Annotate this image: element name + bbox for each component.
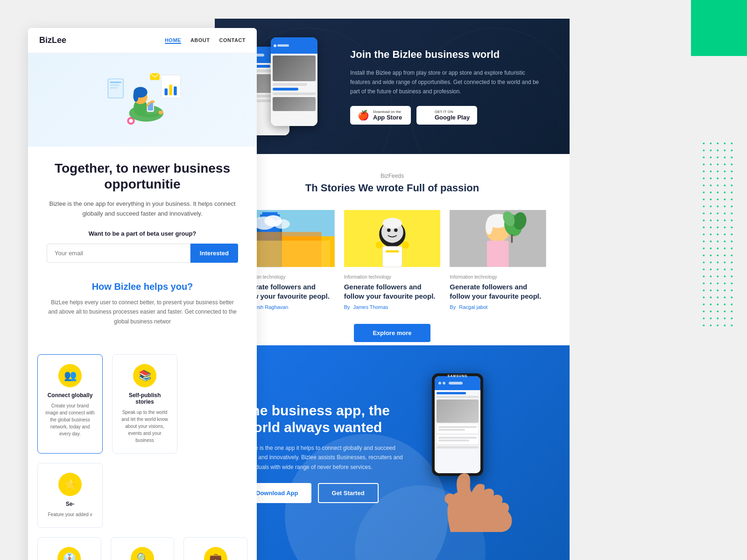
beta-question: Want to be a part of beta user group? (47, 230, 238, 237)
recruit-icon: 🔍 (131, 547, 154, 560)
hps-card-line-1 (438, 426, 477, 428)
brand-logo: BizLee (39, 35, 66, 45)
story-2-author-name: James Thomas (353, 304, 388, 310)
svg-point-18 (158, 111, 163, 114)
feature-card-stories[interactable]: 📚 Self-publish stories Speak up to the w… (112, 354, 177, 454)
svg-rect-36 (386, 250, 399, 252)
hps-dot-1 (438, 382, 441, 385)
svg-rect-1 (110, 82, 121, 83)
dots-decoration (700, 140, 738, 327)
bizlee-icon: 💼 (204, 547, 227, 560)
explore-more-button[interactable]: Explore more (354, 324, 430, 342)
how-title: How Bizlee helps you? (47, 281, 238, 292)
samsung-phone: SAMSUNG (432, 373, 483, 476)
features-row-2: 👔 Find your job, the new way Bizlee is n… (28, 532, 257, 560)
svg-point-32 (387, 228, 391, 232)
green-corner-decoration (691, 0, 747, 56)
svg-point-34 (382, 218, 402, 229)
svg-rect-35 (382, 246, 402, 267)
story-2-title: Generate followers and follow your favou… (344, 282, 441, 301)
svg-rect-7 (174, 86, 177, 95)
svg-point-10 (129, 119, 133, 123)
svg-rect-3 (110, 87, 117, 88)
email-signup-row: Interested (47, 244, 238, 263)
phone-hand-container: SAMSUNG (432, 373, 535, 532)
hps-card-line-3 (438, 437, 477, 439)
svg-point-38 (402, 242, 409, 249)
phone-mockup-area (243, 37, 336, 135)
story-img-2 (344, 208, 441, 269)
samsung-label: SAMSUNG (448, 374, 468, 378)
cta-buttons: Download App Get Started (243, 483, 406, 503)
feature-card-se[interactable]: ⭐ Se- Feature your added v (37, 463, 103, 528)
left-panel: BizLee HOME ABOUT CONTACT (28, 28, 257, 560)
story-img-3 (450, 208, 546, 269)
hero-title: Together, to newer business opportunitie (47, 161, 238, 192)
cta-title: The business app, the world always wante… (243, 402, 406, 436)
svg-point-37 (375, 242, 382, 249)
se-icon: ⭐ (58, 473, 82, 496)
svg-rect-47 (511, 234, 513, 243)
stories-icon: 📚 (133, 364, 156, 387)
bizfeeds-title: Th Stories We wrote Full of passion (238, 182, 546, 194)
hps-content (435, 390, 480, 473)
feature-card-connect[interactable]: 👥 Connect globally Create your brand ima… (37, 354, 103, 454)
feature-card-bizlee[interactable]: 💼 Bizlee Absolute create creat (183, 537, 247, 560)
nav-about[interactable]: ABOUT (190, 37, 210, 44)
hps-card-1 (437, 424, 479, 434)
stories-grid: Information technology Generate follower… (238, 208, 546, 310)
story-card-2[interactable]: Information technology Generate follower… (344, 208, 441, 310)
hand-svg (441, 467, 525, 532)
phone-front-content (271, 54, 317, 126)
bizfeeds-section: BizFeeds Th Stories We wrote Full of pas… (215, 154, 570, 361)
svg-rect-2 (110, 84, 119, 85)
email-input[interactable] (47, 244, 190, 263)
feature-card-jobs[interactable]: 👔 Find your job, the new way Bizlee is n… (37, 537, 101, 560)
svg-point-28 (274, 219, 290, 229)
feature-se-title: Se- (44, 501, 96, 507)
hero-text-section: Together, to newer business opportunitie… (28, 147, 257, 340)
feature-card-recruit[interactable]: 🔍 Automated recruitment From creating jo… (111, 537, 175, 560)
hps-line-1 (437, 392, 466, 394)
phone-screen (435, 376, 480, 473)
hero-illustration (28, 53, 257, 147)
svg-rect-6 (169, 84, 172, 95)
story-2-category: Information technology (344, 274, 441, 280)
story-2-author: By James Thomas (344, 304, 441, 310)
hps-line-3 (437, 446, 479, 448)
features-row-1: 👥 Connect globally Create your brand ima… (28, 340, 257, 532)
app-banner: Join the Bizlee business world Install t… (215, 19, 570, 154)
how-subtitle: BizLee helps every user to connect bette… (47, 298, 238, 326)
phone-front-screen (271, 37, 317, 126)
hps-card-line-2 (438, 429, 465, 431)
interested-button[interactable]: Interested (190, 244, 238, 263)
cta-text-block: The business app, the world always wante… (243, 402, 406, 503)
svg-point-33 (394, 228, 398, 232)
cta-desc: Bizlee is the one app it helps to connec… (243, 443, 406, 472)
hps-line-2 (437, 396, 479, 398)
hps-img-block (437, 399, 479, 423)
feature-connect-title: Connect globally (44, 392, 96, 399)
left-navbar: BizLee HOME ABOUT CONTACT (28, 28, 257, 53)
hps-dots (438, 382, 463, 385)
get-started-button[interactable]: Get Started (318, 483, 379, 503)
feature-stories-desc: Speak up to the world and let the world … (119, 409, 170, 444)
story-3-category: Information technology (450, 274, 546, 280)
hps-header-bar (449, 382, 463, 385)
story-3-title: Generate followers and follow your favou… (450, 282, 546, 301)
story-card-3[interactable]: Information technology Generate follower… (450, 208, 546, 310)
hps-card-2 (437, 435, 479, 444)
jobs-icon: 👔 (57, 547, 81, 560)
bizfeeds-eyebrow: BizFeeds (238, 173, 546, 179)
svg-rect-43 (487, 241, 509, 267)
feature-stories-title: Self-publish stories (119, 392, 170, 405)
story-3-author-name: Racgal jabot (459, 304, 487, 310)
phone-front (271, 37, 317, 126)
feature-connect-desc: Create your brand image and connect with… (44, 402, 96, 437)
nav-home[interactable]: HOME (165, 37, 181, 44)
hero-subtitle: Bizlee is the one app for everything in … (47, 199, 238, 219)
phone-hand-area: SAMSUNG (425, 373, 542, 532)
feature-se-desc: Feature your added v (44, 511, 96, 518)
nav-links: HOME ABOUT CONTACT (165, 37, 246, 44)
nav-contact[interactable]: CONTACT (219, 37, 246, 44)
